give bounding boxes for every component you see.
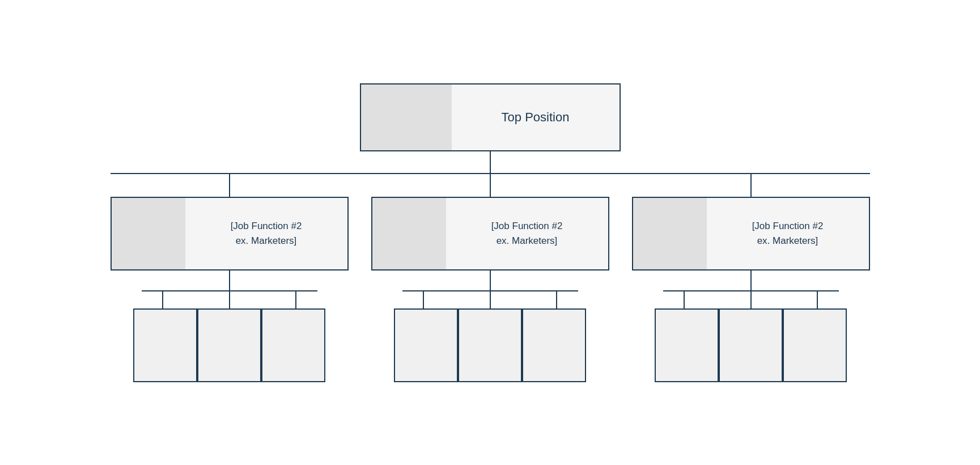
v-line-mid-right: [750, 270, 752, 290]
columns-row: [Job Function #2ex. Marketers]: [111, 197, 870, 382]
v-drop-center-leaf-3: [527, 291, 587, 308]
v-line-left: [229, 174, 230, 197]
v-drop-center: [371, 174, 609, 197]
v-line-top: [490, 151, 491, 173]
mid-node-right-label: [Job Function #2ex. Marketers]: [707, 198, 869, 269]
leaf-center-1: [394, 308, 458, 382]
leaf-left-3: [261, 308, 325, 382]
v-drop-right: [632, 174, 870, 197]
mid-node-center-image: [372, 198, 446, 269]
mid-node-left-label: [Job Function #2ex. Marketers]: [185, 198, 347, 269]
v-drop-left-leaf-2: [200, 291, 259, 308]
leaf-right-3: [783, 308, 847, 382]
v-drop-center-leaf-1: [394, 291, 453, 308]
v-drop-right-leaf-3: [788, 291, 847, 308]
v-line-right-leaf-3: [817, 291, 818, 308]
v-drops-center-leaves: [394, 291, 587, 308]
top-node-label: Top Position: [452, 104, 620, 130]
leaf-right-1: [655, 308, 719, 382]
leaf-left-2: [197, 308, 261, 382]
mid-node-left-image: [112, 198, 185, 269]
v-line-right: [750, 174, 752, 197]
v-drop-left-leaf-3: [266, 291, 326, 308]
h-bar-wide: [111, 173, 870, 174]
v-line-center: [490, 174, 491, 197]
level-1: Top Position: [360, 83, 621, 151]
column-group-left: [Job Function #2ex. Marketers]: [111, 197, 349, 382]
mid-node-right-image: [633, 198, 707, 269]
v-line-center-leaf-3: [556, 291, 557, 308]
level-3-row-center: [394, 308, 587, 382]
v-line-mid-center: [490, 270, 491, 290]
v-drop-left: [111, 174, 349, 197]
v-line-left-leaf-2: [229, 291, 230, 308]
v-line-center-leaf-2: [490, 291, 491, 308]
v-drops-right-leaves: [655, 291, 847, 308]
v-drop-right-leaf-1: [655, 291, 714, 308]
v-line-right-leaf-2: [750, 291, 752, 308]
leaf-right-2: [719, 308, 783, 382]
v-line-right-leaf-1: [684, 291, 685, 308]
level-3-row-left: [133, 308, 326, 382]
mid-node-left: [Job Function #2ex. Marketers]: [111, 197, 349, 270]
v-drops-left-leaves: [133, 291, 326, 308]
v-line-left-leaf-3: [295, 291, 296, 308]
v-drop-right-leaf-2: [721, 291, 780, 308]
leaf-center-2: [458, 308, 522, 382]
org-chart: Top Position [Job Function #2ex. Markete…: [0, 66, 980, 399]
v-drops-level2: [111, 174, 870, 197]
top-node-image: [361, 84, 452, 150]
mid-node-right: [Job Function #2ex. Marketers]: [632, 197, 870, 270]
column-group-right: [Job Function #2ex. Marketers]: [632, 197, 870, 382]
level-3-row-right: [655, 308, 847, 382]
v-drop-left-leaf-1: [133, 291, 193, 308]
v-drop-center-leaf-2: [460, 291, 520, 308]
leaf-center-3: [522, 308, 586, 382]
v-line-left-leaf-1: [162, 291, 163, 308]
mid-node-center-label: [Job Function #2ex. Marketers]: [446, 198, 608, 269]
top-node: Top Position: [360, 83, 621, 151]
mid-node-center: [Job Function #2ex. Marketers]: [371, 197, 609, 270]
v-line-mid-left: [229, 270, 230, 290]
leaf-left-1: [133, 308, 197, 382]
column-group-center: [Job Function #2ex. Marketers]: [371, 197, 609, 382]
v-line-center-leaf-1: [423, 291, 424, 308]
